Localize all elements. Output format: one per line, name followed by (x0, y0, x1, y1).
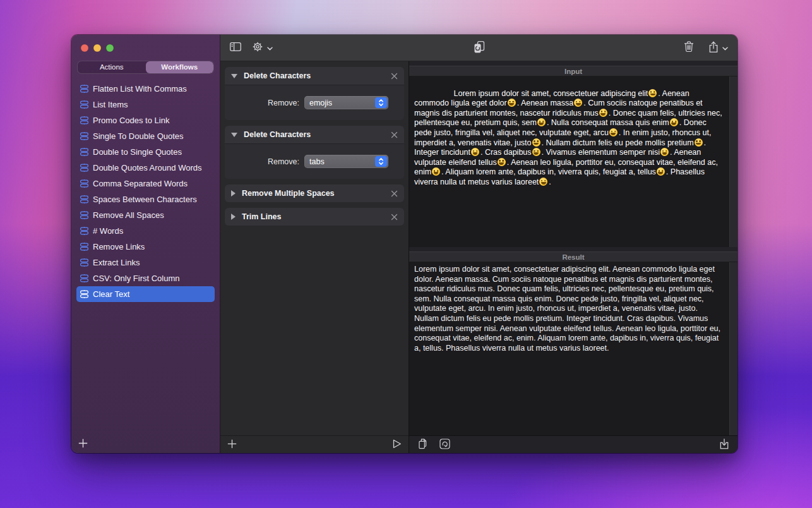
workflow-settings-button[interactable] (252, 41, 273, 54)
toggle-sidebar-button[interactable] (230, 42, 241, 53)
workflow-steps-panel: Delete Characters Remove: emojis (220, 61, 409, 453)
remove-step-button[interactable] (391, 131, 398, 138)
popup-selected-value: tabs (309, 157, 375, 166)
workflow-stack-icon (80, 148, 88, 156)
sidebar-item-quotes-around-words[interactable]: Double Quotes Around Words (76, 160, 215, 176)
sidebar-item-label: Comma Separated Words (93, 179, 188, 188)
result-scrollbar[interactable] (729, 262, 737, 435)
copy-result-button[interactable] (417, 438, 429, 451)
sidebar-item-label: Promo Codes to Link (93, 116, 169, 125)
io-panel: Input Lorem ipsum dolor sit amet, consec… (409, 61, 737, 453)
result-textarea[interactable]: Lorem ipsum dolor sit amet, consectetuer… (409, 262, 737, 435)
tab-actions[interactable]: Actions (78, 61, 146, 73)
add-step-button[interactable] (227, 439, 237, 451)
sidebar-item-label: List Items (93, 100, 128, 109)
close-window-button[interactable] (81, 44, 88, 52)
step-card-delete-characters-2: Delete Characters Remove: tabs (225, 126, 404, 179)
remove-popup-button[interactable]: emojis (304, 96, 388, 109)
zoom-window-button[interactable] (106, 44, 114, 52)
input-textarea[interactable]: Lorem ipsum dolor sit amet, consectetuer… (409, 76, 737, 247)
run-workflow-button[interactable] (393, 439, 402, 451)
workflow-stack-icon (80, 100, 88, 109)
io-bottom-bar (409, 435, 737, 453)
sidebar-item-single-to-double[interactable]: Single To Double Quotes (76, 128, 215, 144)
io-spacer (409, 247, 737, 251)
sidebar-bottom-bar (71, 435, 220, 453)
grinning-face-emoji (539, 178, 547, 186)
input-scrollbar[interactable] (729, 76, 737, 247)
main-area: Delete Characters Remove: emojis (220, 35, 737, 453)
sidebar-segmented-control: Actions Workflows (77, 61, 214, 74)
sidebar-item-clear-text[interactable]: Clear Text (76, 286, 215, 302)
workflow-stack-icon (80, 274, 88, 282)
desktop-wallpaper: Actions Workflows Flatten List With Comm… (0, 0, 812, 508)
chevron-down-icon (267, 43, 273, 52)
result-text: Lorem ipsum dolor sit amet, consectetuer… (414, 265, 720, 353)
workflow-duplicate-icon (472, 40, 486, 56)
chevron-down-icon (722, 43, 728, 52)
grinning-face-emoji (695, 138, 703, 147)
play-icon (393, 439, 402, 451)
toolbar (220, 35, 737, 61)
grinning-face-emoji (471, 148, 479, 156)
io-spacer (409, 61, 737, 66)
disclosure-open-icon[interactable] (231, 133, 237, 137)
step-header[interactable]: Delete Characters (225, 126, 404, 143)
grinning-face-emoji (609, 128, 618, 136)
sidebar-item-double-to-single[interactable]: Double to Single Quotes (76, 144, 215, 160)
share-icon (708, 41, 719, 55)
gear-icon (252, 41, 263, 54)
sidebar-item-csv-first-column[interactable]: CSV: Only First Column (76, 270, 215, 286)
workflow-stack-icon (80, 258, 88, 267)
sidebar-item-flatten-list[interactable]: Flatten List With Commas (76, 81, 215, 97)
workflow-stack-icon (80, 132, 88, 140)
grinning-face-emoji (508, 99, 516, 107)
remove-popup-button[interactable]: tabs (304, 155, 388, 168)
step-header[interactable]: Trim Lines (225, 208, 404, 226)
remove-step-button[interactable] (391, 73, 398, 80)
grinning-face-emoji (574, 99, 582, 107)
input-text: Lorem ipsum dolor sit amet, consectetuer… (414, 89, 724, 186)
sidebar-item-remove-all-spaces[interactable]: Remove All Spaces (76, 207, 215, 223)
save-icon (719, 438, 729, 451)
sidebar-item-extract-links[interactable]: Extract Links (76, 255, 215, 270)
sidebar-item-label: CSV: Only First Column (93, 274, 180, 283)
plus-icon (227, 439, 237, 451)
step-header[interactable]: Delete Characters (225, 67, 404, 85)
duplicate-workflow-button[interactable] (472, 40, 486, 56)
minimize-window-button[interactable] (93, 44, 101, 52)
step-title: Delete Characters (244, 130, 311, 139)
workflow-stack-icon (80, 179, 88, 188)
sidebar-item-label: Extract Links (93, 258, 140, 267)
grinning-face-emoji (648, 89, 657, 97)
sidebar-item-spaces-between[interactable]: Spaces Between Characters (76, 191, 215, 207)
rerun-button[interactable] (439, 438, 450, 451)
sidebar-item-remove-links[interactable]: Remove Links (76, 239, 215, 255)
delete-workflow-button[interactable] (684, 41, 694, 54)
remove-param-label: Remove: (225, 99, 299, 107)
sidebar-toggle-icon (230, 42, 241, 53)
grinning-face-emoji (537, 118, 546, 126)
step-header[interactable]: Remove Multiple Spaces (225, 184, 404, 202)
popup-selected-value: emojis (309, 99, 375, 107)
add-workflow-button[interactable] (78, 438, 88, 450)
content-area: Delete Characters Remove: emojis (220, 61, 737, 453)
steps-bottom-bar (220, 435, 409, 453)
sidebar-item-promo-codes[interactable]: Promo Codes to Link (76, 112, 215, 128)
remove-step-button[interactable] (391, 190, 398, 197)
grinning-face-emoji (432, 167, 440, 176)
workflow-list: Flatten List With Commas List Items Prom… (71, 81, 220, 435)
disclosure-closed-icon[interactable] (231, 190, 236, 197)
remove-step-button[interactable] (391, 214, 398, 221)
sidebar-item-label: Double to Single Quotes (93, 147, 182, 157)
sidebar-item-word-count[interactable]: # Words (76, 223, 215, 239)
disclosure-closed-icon[interactable] (231, 214, 236, 220)
sidebar-item-list-items[interactable]: List Items (76, 97, 215, 112)
disclosure-open-icon[interactable] (231, 74, 237, 78)
step-body: Remove: emojis (225, 85, 404, 120)
share-workflow-button[interactable] (708, 41, 728, 55)
sidebar-item-comma-separated[interactable]: Comma Separated Words (76, 176, 215, 191)
grinning-face-emoji (657, 167, 665, 176)
save-result-button[interactable] (719, 438, 729, 451)
tab-workflows[interactable]: Workflows (146, 61, 214, 73)
